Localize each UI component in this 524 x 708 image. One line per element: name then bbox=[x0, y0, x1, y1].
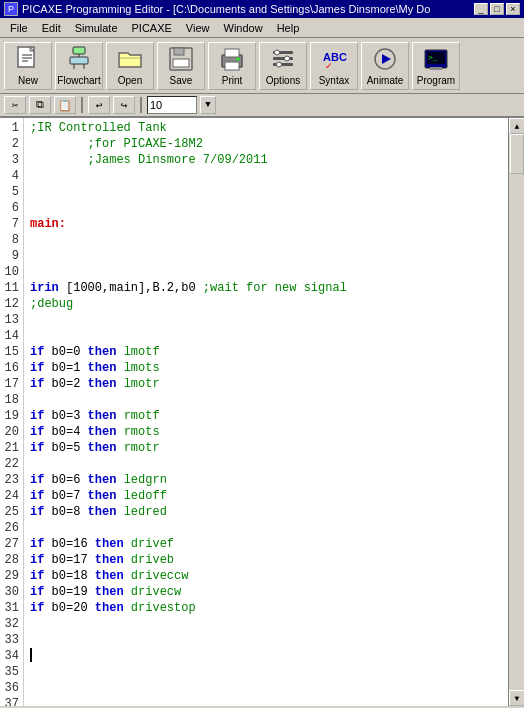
toolbar-separator bbox=[140, 97, 142, 113]
animate-icon bbox=[371, 45, 399, 73]
line-number: 22 bbox=[4, 456, 19, 472]
svg-text:>_: >_ bbox=[428, 53, 438, 62]
toolbar: NewFlowchartOpenSavePrintOptionsABC✓Synt… bbox=[0, 38, 524, 94]
condition: b0=3 bbox=[52, 409, 81, 423]
program-button[interactable]: >_Program bbox=[412, 42, 460, 90]
flowchart-button[interactable]: Flowchart bbox=[55, 42, 103, 90]
open-button[interactable]: Open bbox=[106, 42, 154, 90]
app-icon: P bbox=[4, 2, 18, 16]
svg-rect-12 bbox=[173, 59, 189, 67]
paste-button[interactable]: 📋 bbox=[54, 96, 76, 114]
condition: b0=7 bbox=[52, 489, 81, 503]
animate-button[interactable]: Animate bbox=[361, 42, 409, 90]
kw-if: if bbox=[30, 345, 52, 359]
code-line bbox=[30, 328, 502, 344]
scrollbar[interactable]: ▲ ▼ bbox=[508, 118, 524, 706]
kw-if: if bbox=[30, 553, 52, 567]
branch-target: rmotf bbox=[124, 409, 160, 423]
svg-rect-11 bbox=[174, 48, 184, 55]
line-number: 18 bbox=[4, 392, 19, 408]
open-icon bbox=[116, 45, 144, 73]
condition: b0=6 bbox=[52, 473, 81, 487]
label-text: main: bbox=[30, 217, 66, 231]
code-line: if b0=0 then lmotf bbox=[30, 344, 502, 360]
code-line bbox=[30, 392, 502, 408]
kw-if: if bbox=[30, 537, 52, 551]
code-line: if b0=20 then drivestop bbox=[30, 600, 502, 616]
maximize-button[interactable]: □ bbox=[490, 3, 504, 15]
line-number: 20 bbox=[4, 424, 19, 440]
font-size-select[interactable] bbox=[147, 96, 197, 114]
kw-then: then bbox=[80, 473, 123, 487]
kw-then: then bbox=[80, 425, 123, 439]
line-number: 31 bbox=[4, 600, 19, 616]
branch-target: drivestop bbox=[131, 601, 196, 615]
condition: b0=8 bbox=[52, 505, 81, 519]
minimize-button[interactable]: _ bbox=[474, 3, 488, 15]
line-number: 27 bbox=[4, 536, 19, 552]
kw-then: then bbox=[80, 377, 123, 391]
close-button[interactable]: × bbox=[506, 3, 520, 15]
scroll-thumb[interactable] bbox=[510, 134, 524, 174]
copy-button[interactable]: ⧉ bbox=[29, 96, 51, 114]
print-button[interactable]: Print bbox=[208, 42, 256, 90]
branch-target: lmotf bbox=[124, 345, 160, 359]
condition: b0=19 bbox=[52, 585, 88, 599]
branch-target: lmots bbox=[124, 361, 160, 375]
kw-then: then bbox=[80, 361, 123, 375]
menu-item-simulate[interactable]: Simulate bbox=[69, 21, 124, 35]
comment-text: ;for PICAXE-18M2 bbox=[30, 137, 203, 151]
editor-area: 1234567891011121314151617181920212223242… bbox=[0, 118, 524, 706]
condition: b0=2 bbox=[52, 377, 81, 391]
scroll-up-button[interactable]: ▲ bbox=[509, 118, 524, 134]
line-number: 10 bbox=[4, 264, 19, 280]
line-number: 14 bbox=[4, 328, 19, 344]
line-number: 23 bbox=[4, 472, 19, 488]
undo-button[interactable]: ↩ bbox=[88, 96, 110, 114]
comment-text: ;IR Controlled Tank bbox=[30, 121, 167, 135]
branch-target: ledoff bbox=[124, 489, 167, 503]
code-line: ;IR Controlled Tank bbox=[30, 120, 502, 136]
line-number: 6 bbox=[4, 200, 19, 216]
scroll-down-button[interactable]: ▼ bbox=[509, 690, 524, 706]
code-line bbox=[30, 200, 502, 216]
condition: b0=5 bbox=[52, 441, 81, 455]
line-number: 26 bbox=[4, 520, 19, 536]
branch-target: ledred bbox=[124, 505, 167, 519]
menu-item-view[interactable]: View bbox=[180, 21, 216, 35]
menu-item-edit[interactable]: Edit bbox=[36, 21, 67, 35]
flowchart-icon bbox=[65, 45, 93, 73]
kw-then: then bbox=[88, 553, 131, 567]
menu-item-file[interactable]: File bbox=[4, 21, 34, 35]
kw-if: if bbox=[30, 473, 52, 487]
options-button-label: Options bbox=[266, 75, 300, 86]
new-button[interactable]: New bbox=[4, 42, 52, 90]
menu-item-window[interactable]: Window bbox=[218, 21, 269, 35]
kw-then: then bbox=[80, 505, 123, 519]
code-line: if b0=7 then ledoff bbox=[30, 488, 502, 504]
menu-bar: FileEditSimulatePICAXEViewWindowHelp bbox=[0, 18, 524, 38]
kw-then: then bbox=[80, 489, 123, 503]
menu-item-help[interactable]: Help bbox=[271, 21, 306, 35]
menu-item-picaxe[interactable]: PICAXE bbox=[126, 21, 178, 35]
code-line bbox=[30, 168, 502, 184]
code-content[interactable]: ;IR Controlled Tank ;for PICAXE-18M2 ;Ja… bbox=[24, 118, 508, 706]
kw-then: then bbox=[80, 345, 123, 359]
redo-button[interactable]: ↪ bbox=[113, 96, 135, 114]
code-line: if b0=8 then ledred bbox=[30, 504, 502, 520]
options-button[interactable]: Options bbox=[259, 42, 307, 90]
condition: b0=20 bbox=[52, 601, 88, 615]
cut-button[interactable]: ✂ bbox=[4, 96, 26, 114]
font-size-arrow[interactable]: ▼ bbox=[200, 96, 216, 114]
code-line: if b0=5 then rmotr bbox=[30, 440, 502, 456]
line-number: 34 bbox=[4, 648, 19, 664]
save-button[interactable]: Save bbox=[157, 42, 205, 90]
syntax-button[interactable]: ABC✓Syntax bbox=[310, 42, 358, 90]
condition: b0=17 bbox=[52, 553, 88, 567]
code-line: if b0=3 then rmotf bbox=[30, 408, 502, 424]
code-line: if b0=6 then ledgrn bbox=[30, 472, 502, 488]
svg-point-22 bbox=[277, 62, 282, 67]
code-line: if b0=4 then rmots bbox=[30, 424, 502, 440]
cursor[interactable] bbox=[30, 648, 39, 662]
condition: b0=1 bbox=[52, 361, 81, 375]
